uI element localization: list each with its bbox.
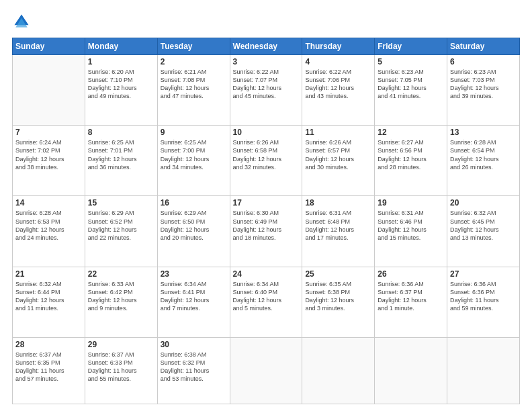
day-info: Sunrise: 6:29 AM Sunset: 6:50 PM Dayligh… [161,209,227,242]
day-number: 28 [15,340,82,349]
calendar-header-thursday: Thursday [302,38,375,55]
day-info: Sunrise: 6:21 AM Sunset: 7:08 PM Dayligh… [161,68,227,101]
day-info: Sunrise: 6:23 AM Sunset: 7:03 PM Dayligh… [450,68,517,101]
day-number: 2 [161,57,227,66]
day-info: Sunrise: 6:28 AM Sunset: 6:53 PM Dayligh… [15,209,82,242]
calendar-cell [447,337,520,404]
calendar-week-2: 7Sunrise: 6:24 AM Sunset: 7:02 PM Daylig… [13,126,520,196]
day-number: 17 [233,198,300,208]
calendar-cell: 26Sunrise: 6:36 AM Sunset: 6:37 PM Dayli… [375,267,447,337]
calendar-cell: 17Sunrise: 6:30 AM Sunset: 6:49 PM Dayli… [230,196,302,267]
day-number: 14 [15,198,82,208]
day-number: 21 [15,269,82,279]
day-info: Sunrise: 6:23 AM Sunset: 7:05 PM Dayligh… [378,68,444,101]
day-info: Sunrise: 6:38 AM Sunset: 6:32 PM Dayligh… [161,351,227,383]
day-info: Sunrise: 6:27 AM Sunset: 6:56 PM Dayligh… [378,138,444,171]
day-number: 3 [233,57,300,66]
day-info: Sunrise: 6:33 AM Sunset: 6:42 PM Dayligh… [88,280,154,313]
day-info: Sunrise: 6:28 AM Sunset: 6:54 PM Dayligh… [450,138,517,171]
day-number: 11 [305,128,371,137]
day-number: 16 [161,198,227,208]
calendar-cell: 14Sunrise: 6:28 AM Sunset: 6:53 PM Dayli… [13,196,85,267]
page: SundayMondayTuesdayWednesdayThursdayFrid… [0,0,532,411]
calendar-cell: 29Sunrise: 6:37 AM Sunset: 6:33 PM Dayli… [85,337,157,404]
calendar-week-4: 21Sunrise: 6:32 AM Sunset: 6:44 PM Dayli… [13,267,520,337]
calendar-cell: 9Sunrise: 6:25 AM Sunset: 7:00 PM Daylig… [157,126,230,196]
logo-icon [12,12,31,31]
day-number: 12 [378,128,444,137]
calendar-header-friday: Friday [375,38,447,55]
day-number: 27 [450,269,517,279]
day-number: 22 [88,269,154,279]
calendar-cell: 10Sunrise: 6:26 AM Sunset: 6:58 PM Dayli… [230,126,302,196]
day-number: 18 [305,198,371,208]
day-number: 13 [450,128,517,137]
day-info: Sunrise: 6:32 AM Sunset: 6:45 PM Dayligh… [450,209,517,242]
calendar-cell: 2Sunrise: 6:21 AM Sunset: 7:08 PM Daylig… [157,55,230,126]
day-number: 20 [450,198,517,208]
calendar-table: SundayMondayTuesdayWednesdayThursdayFrid… [12,38,520,404]
calendar-header-saturday: Saturday [447,38,520,55]
calendar-cell: 5Sunrise: 6:23 AM Sunset: 7:05 PM Daylig… [375,55,447,126]
calendar-cell: 16Sunrise: 6:29 AM Sunset: 6:50 PM Dayli… [157,196,230,267]
calendar-cell: 21Sunrise: 6:32 AM Sunset: 6:44 PM Dayli… [13,267,85,337]
calendar-cell: 4Sunrise: 6:22 AM Sunset: 7:06 PM Daylig… [302,55,375,126]
day-info: Sunrise: 6:29 AM Sunset: 6:52 PM Dayligh… [88,209,154,242]
day-info: Sunrise: 6:24 AM Sunset: 7:02 PM Dayligh… [15,138,82,171]
day-info: Sunrise: 6:22 AM Sunset: 7:07 PM Dayligh… [233,68,300,101]
day-info: Sunrise: 6:31 AM Sunset: 6:48 PM Dayligh… [305,209,371,242]
day-number: 8 [88,128,154,137]
calendar-cell: 20Sunrise: 6:32 AM Sunset: 6:45 PM Dayli… [447,196,520,267]
header [12,12,520,31]
day-info: Sunrise: 6:22 AM Sunset: 7:06 PM Dayligh… [305,68,371,101]
day-info: Sunrise: 6:32 AM Sunset: 6:44 PM Dayligh… [15,280,82,313]
calendar-cell: 25Sunrise: 6:35 AM Sunset: 6:38 PM Dayli… [302,267,375,337]
day-number: 1 [88,57,154,66]
calendar-cell: 19Sunrise: 6:31 AM Sunset: 6:46 PM Dayli… [375,196,447,267]
calendar-week-5: 28Sunrise: 6:37 AM Sunset: 6:35 PM Dayli… [13,337,520,404]
calendar-cell: 28Sunrise: 6:37 AM Sunset: 6:35 PM Dayli… [13,337,85,404]
calendar-cell [230,337,302,404]
day-number: 6 [450,57,517,66]
calendar-cell [302,337,375,404]
calendar-cell: 30Sunrise: 6:38 AM Sunset: 6:32 PM Dayli… [157,337,230,404]
day-info: Sunrise: 6:31 AM Sunset: 6:46 PM Dayligh… [378,209,444,242]
calendar-cell: 18Sunrise: 6:31 AM Sunset: 6:48 PM Dayli… [302,196,375,267]
day-number: 7 [15,128,82,137]
calendar-cell: 12Sunrise: 6:27 AM Sunset: 6:56 PM Dayli… [375,126,447,196]
logo [12,12,34,31]
day-info: Sunrise: 6:37 AM Sunset: 6:35 PM Dayligh… [15,351,82,383]
day-info: Sunrise: 6:34 AM Sunset: 6:40 PM Dayligh… [233,280,300,313]
calendar-cell: 3Sunrise: 6:22 AM Sunset: 7:07 PM Daylig… [230,55,302,126]
day-info: Sunrise: 6:20 AM Sunset: 7:10 PM Dayligh… [88,68,154,101]
day-info: Sunrise: 6:26 AM Sunset: 6:57 PM Dayligh… [305,138,371,171]
calendar-cell: 15Sunrise: 6:29 AM Sunset: 6:52 PM Dayli… [85,196,157,267]
calendar-cell: 27Sunrise: 6:36 AM Sunset: 6:36 PM Dayli… [447,267,520,337]
day-info: Sunrise: 6:25 AM Sunset: 7:00 PM Dayligh… [161,138,227,171]
calendar-cell: 24Sunrise: 6:34 AM Sunset: 6:40 PM Dayli… [230,267,302,337]
calendar-cell: 8Sunrise: 6:25 AM Sunset: 7:01 PM Daylig… [85,126,157,196]
calendar-cell: 11Sunrise: 6:26 AM Sunset: 6:57 PM Dayli… [302,126,375,196]
day-number: 26 [378,269,444,279]
calendar-cell: 7Sunrise: 6:24 AM Sunset: 7:02 PM Daylig… [13,126,85,196]
calendar-cell: 22Sunrise: 6:33 AM Sunset: 6:42 PM Dayli… [85,267,157,337]
calendar-cell: 1Sunrise: 6:20 AM Sunset: 7:10 PM Daylig… [85,55,157,126]
calendar-cell: 13Sunrise: 6:28 AM Sunset: 6:54 PM Dayli… [447,126,520,196]
calendar-header-tuesday: Tuesday [157,38,230,55]
calendar-cell [375,337,447,404]
calendar-header-row: SundayMondayTuesdayWednesdayThursdayFrid… [13,38,520,55]
day-number: 9 [161,128,227,137]
day-number: 29 [88,340,154,349]
calendar-week-3: 14Sunrise: 6:28 AM Sunset: 6:53 PM Dayli… [13,196,520,267]
day-info: Sunrise: 6:36 AM Sunset: 6:37 PM Dayligh… [378,280,444,313]
day-info: Sunrise: 6:34 AM Sunset: 6:41 PM Dayligh… [161,280,227,313]
day-info: Sunrise: 6:36 AM Sunset: 6:36 PM Dayligh… [450,280,517,313]
day-info: Sunrise: 6:26 AM Sunset: 6:58 PM Dayligh… [233,138,300,171]
calendar-cell: 23Sunrise: 6:34 AM Sunset: 6:41 PM Dayli… [157,267,230,337]
day-info: Sunrise: 6:30 AM Sunset: 6:49 PM Dayligh… [233,209,300,242]
day-number: 24 [233,269,300,279]
day-info: Sunrise: 6:25 AM Sunset: 7:01 PM Dayligh… [88,138,154,171]
day-number: 5 [378,57,444,66]
calendar-header-wednesday: Wednesday [230,38,302,55]
day-info: Sunrise: 6:37 AM Sunset: 6:33 PM Dayligh… [88,351,154,383]
